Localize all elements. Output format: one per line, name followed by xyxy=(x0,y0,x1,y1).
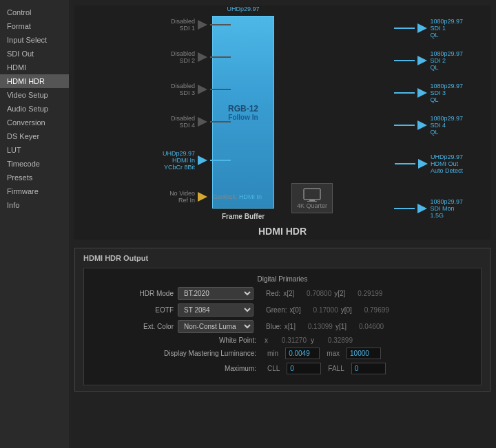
blue-y-value: 0.04600 xyxy=(349,323,384,330)
quarter-box: 4K Quarter xyxy=(291,183,333,213)
ref-in-area: No VideoRef In Genlock: HDMI In xyxy=(150,190,262,204)
sidebar-item-hdmi-hdr[interactable]: HDMI HDR xyxy=(0,74,69,88)
lum-min-label: min xyxy=(267,350,278,357)
ref-in-arrow xyxy=(198,192,207,202)
lum-min-input[interactable] xyxy=(285,348,320,359)
eotf-label: EOTF xyxy=(91,306,174,314)
white-y-value: 0.32899 xyxy=(318,337,353,344)
red-label: Red: xyxy=(266,290,280,297)
fall-label: FALL xyxy=(328,365,344,372)
sidebar-item-timecode[interactable]: Timecode xyxy=(0,157,69,171)
white-y-label: y xyxy=(311,337,314,344)
frame-buffer-label: Frame Buffer xyxy=(222,213,265,220)
sidebar-item-lut[interactable]: LUT xyxy=(0,143,69,157)
output-sdi4: 1080p29.97SDI 4QL xyxy=(394,115,463,136)
red-y-coord: y[2] xyxy=(334,290,345,297)
ext-color-row: Ext. Color Non-Const Luma Const Luma Non… xyxy=(91,320,474,333)
input-hdmi: UHDp29.97HDMI InYCbCr 8Bit xyxy=(150,150,231,171)
sidebar-item-sdi-out[interactable]: SDI Out xyxy=(0,47,69,61)
input-sdi3: DisabledSDI 3 xyxy=(150,83,231,96)
input-hdmi-arrow xyxy=(198,156,207,165)
cll-input[interactable] xyxy=(287,363,321,374)
red-x-coord: x[2] xyxy=(283,290,294,297)
green-y-value: 0.79699 xyxy=(355,306,389,314)
green-label: Green: xyxy=(266,306,287,314)
output-sdi-mon-label: 1080p29.97SDI Mon1.5G xyxy=(430,198,463,219)
input-sdi4-label: DisabledSDI 4 xyxy=(150,115,195,129)
signal-diagram: UHDp29.97 RGB-12 Follow In Frame Buffer … xyxy=(74,6,490,239)
sidebar-item-control[interactable]: Control xyxy=(0,6,69,19)
output-sdi3-arrow xyxy=(417,88,427,98)
svg-rect-1 xyxy=(309,200,315,201)
sidebar-item-info[interactable]: Info xyxy=(0,198,69,212)
sidebar-item-presets[interactable]: Presets xyxy=(0,171,69,184)
hdr-form: Digital Primaries HDR Mode BT.2020 BT.70… xyxy=(83,268,482,385)
genlock-label: Genlock: HDMI In xyxy=(213,193,262,200)
input-sdi2: DisabledSDI 2 xyxy=(150,50,231,64)
white-point-label: White Point: xyxy=(91,337,256,344)
sidebar-item-firmware[interactable]: Firmware xyxy=(0,184,69,198)
sidebar-item-conversion[interactable]: Conversion xyxy=(0,116,69,129)
input-sdi2-arrow xyxy=(198,52,207,62)
input-sdi2-label: DisabledSDI 2 xyxy=(150,50,195,64)
hdr-panel-title: HDMI HDR Output xyxy=(83,254,482,262)
output-sdi3: 1080p29.97SDI 3QL xyxy=(394,83,463,103)
hdr-panel: HDMI HDR Output Digital Primaries HDR Mo… xyxy=(74,248,490,392)
sidebar-item-audio-setup[interactable]: Audio Setup xyxy=(0,102,69,116)
eotf-select[interactable]: ST 2084 HLG SDR xyxy=(178,303,254,317)
lum-max-input[interactable] xyxy=(347,348,381,359)
output-hdmi-arrow xyxy=(418,159,428,169)
sidebar-item-video-setup[interactable]: Video Setup xyxy=(0,88,69,102)
quarter-box-label: 4K Quarter xyxy=(297,202,327,209)
monitor-icon xyxy=(302,187,322,202)
output-sdi1-label: 1080p29.97SDI 1QL xyxy=(430,18,463,39)
fall-input[interactable] xyxy=(351,363,386,374)
sidebar-item-hdmi[interactable]: HDMI xyxy=(0,61,69,74)
blue-y-coord: y[1] xyxy=(335,323,347,330)
output-hdmi-label: UHDp29.97HDMI OutAuto Detect xyxy=(431,153,463,174)
output-sdi2-arrow xyxy=(417,56,427,65)
input-sdi3-label: DisabledSDI 3 xyxy=(150,83,195,96)
hdr-mode-select[interactable]: BT.2020 BT.709 None xyxy=(178,287,254,300)
output-sdi-mon: 1080p29.97SDI Mon1.5G xyxy=(394,198,463,219)
ext-color-select[interactable]: Non-Const Luma Const Luma None xyxy=(178,320,254,333)
input-sdi1-label: DisabledSDI 1 xyxy=(150,18,195,32)
white-x-value: 0.31270 xyxy=(272,337,307,344)
luminance-row: Display Mastering Luminance: min max xyxy=(91,348,474,359)
green-x-value: 0.17000 xyxy=(304,306,338,314)
ext-color-label: Ext. Color xyxy=(91,323,174,330)
lum-max-label: max xyxy=(327,350,340,357)
red-x-value: 0.70800 xyxy=(297,290,331,297)
input-sdi4-arrow xyxy=(198,117,207,127)
output-sdi1: 1080p29.97SDI 1QL xyxy=(394,18,463,39)
blue-x-coord: x[1] xyxy=(285,323,296,330)
blue-label: Blue: xyxy=(266,323,282,330)
sidebar: ControlFormatInput SelectSDI OutHDMIHDMI… xyxy=(0,0,69,448)
genlock-value: HDMI In xyxy=(239,193,262,200)
input-sdi3-arrow xyxy=(198,85,207,94)
sidebar-item-ds-keyer[interactable]: DS Keyer xyxy=(0,129,69,143)
frame-buffer: RGB-12 Follow In Frame Buffer xyxy=(212,16,274,209)
hdr-mode-label: HDR Mode xyxy=(91,290,174,297)
output-sdi4-label: 1080p29.97SDI 4QL xyxy=(430,115,463,136)
blue-x-value: 0.13099 xyxy=(298,323,333,330)
svg-rect-0 xyxy=(304,189,320,200)
hdr-mode-row: HDR Mode BT.2020 BT.709 None Red: x[2] 0… xyxy=(91,287,474,300)
sidebar-item-format[interactable]: Format xyxy=(0,19,69,33)
main-content: UHDp29.97 RGB-12 Follow In Frame Buffer … xyxy=(69,0,496,448)
luminance-label: Display Mastering Luminance: xyxy=(91,350,256,357)
red-y-value: 0.29199 xyxy=(348,290,382,297)
max-label: Maximum: xyxy=(91,365,256,372)
diagram-title: HDMI HDR xyxy=(258,226,307,237)
white-point-row: White Point: x 0.31270 y 0.32899 xyxy=(91,337,474,344)
cll-row: Maximum: CLL FALL xyxy=(91,363,474,374)
green-x-coord: x[0] xyxy=(290,306,301,314)
green-y-coord: y[0] xyxy=(341,306,352,314)
eotf-row: EOTF ST 2084 HLG SDR Green: x[0] 0.17000… xyxy=(91,303,474,317)
white-x-label: x xyxy=(265,337,268,344)
cll-label: CLL xyxy=(267,365,280,372)
uhd-top-label: UHDp29.97 xyxy=(212,6,274,12)
sidebar-item-input-select[interactable]: Input Select xyxy=(0,33,69,47)
output-hdmi: UHDp29.97HDMI OutAuto Detect xyxy=(395,153,463,174)
frame-buffer-format: RGB-12 xyxy=(228,104,258,114)
